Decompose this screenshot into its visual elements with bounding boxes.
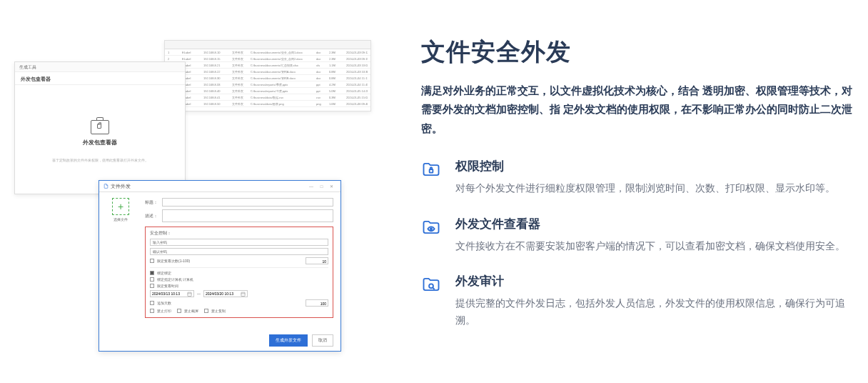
viewer-subtitle: 外发包查看器 [15, 72, 185, 85]
limit-views-value[interactable]: 10 [306, 257, 328, 264]
feature-title: 权限控制 [455, 158, 854, 174]
add-file-label: 选择文件 [113, 217, 128, 222]
feature-viewer: 外发文件查看器 文件接收方在不需要安装加密客户端的情况下，可以查看加密文档，确保… [421, 216, 854, 255]
opt2-checkbox[interactable] [177, 309, 181, 313]
security-header: 安全控制： [150, 230, 328, 237]
table-row: 3ELabel192.168.8.21文件外发C:/business/docum… [165, 62, 370, 69]
feature-title: 外发文件查看器 [455, 216, 854, 232]
svg-rect-2 [241, 292, 245, 296]
page-title: 文件安全外发 [421, 36, 854, 69]
feature-audit: 外发审计 提供完整的文件外发日志，包括外发人员信息，外发文件的使用权限信息，确保… [421, 273, 854, 329]
table-row: 8ELabel192.168.8.41文件外发C:/business/data/… [165, 94, 370, 101]
date-to-input[interactable]: 2024/03/20 10:13 [203, 290, 248, 297]
limit-time-label: 限定查看时间 [157, 284, 178, 288]
illustration-area: 1ELabel192.168.8.10文件外发C:/business/docum… [7, 21, 378, 369]
add-days-label: 追加天数 [157, 301, 171, 305]
window-controls[interactable]: — □ ✕ [309, 184, 336, 189]
cancel-button[interactable]: 取消 [312, 334, 333, 347]
desc-label: 描述： [145, 213, 159, 219]
limit-views-label: 限定查看次数(1-100) [157, 259, 190, 263]
feature-desc: 对每个外发文件进行细粒度权限管理，限制浏览时间、次数、打印权限、显示水印等。 [455, 180, 854, 197]
svg-point-6 [429, 284, 433, 289]
calendar-icon [187, 292, 192, 297]
generate-button[interactable]: 生成外发文件 [269, 334, 308, 347]
specific-machine-label: 绑定指定计算机 计算机 [157, 277, 193, 282]
shield-folder-icon [421, 159, 441, 179]
calendar-icon [241, 292, 246, 297]
svg-line-7 [433, 288, 434, 289]
title-label: 标题： [145, 199, 159, 206]
table-header [165, 41, 370, 49]
date-from-input[interactable]: 2024/03/13 10:13 [150, 290, 194, 297]
page-description: 满足对外业务的正常交互，以文件虚拟化技术为核心，结合 透明加密、权限管理等技术，… [421, 81, 854, 138]
bind-machine-checkbox[interactable] [150, 271, 154, 275]
viewer-toolbar-title: 生成工具 [15, 62, 185, 72]
opt1-label: 禁止打印 [157, 309, 171, 313]
outgoing-dialog: 文件外发 — □ ✕ + 选择文件 标题： 描述： [99, 180, 341, 352]
feature-title: 外发审计 [455, 273, 854, 289]
security-controls-box: 安全控制： 输入密码 确认密码 限定查看次数(1-100) 10 绑定绑定 [145, 227, 333, 318]
limit-time-checkbox[interactable] [150, 284, 154, 288]
viewer-hint: 基于定制故家的文件外发权限，使用此查看器打开外发文件。 [52, 158, 148, 162]
confirm-password-input[interactable]: 确认密码 [150, 248, 328, 255]
table-row: 1ELabel192.168.8.10文件外发C:/business/docum… [165, 49, 370, 56]
svg-point-5 [430, 228, 432, 229]
table-row: 2ELabel192.168.8.15文件外发C:/business/docum… [165, 56, 370, 62]
table-row: 6ELabel192.168.8.33文件外发C:/business/repor… [165, 81, 370, 88]
feature-desc: 提供完整的文件外发日志，包括外发人员信息，外发文件的使用权限信息，确保行为可追溯… [455, 295, 854, 329]
audit-folder-icon [421, 274, 441, 294]
feature-desc: 文件接收方在不需要安装加密客户端的情况下，可以查看加密文档，确保文档使用安全。 [455, 238, 854, 255]
audit-log-window: 1ELabel192.168.8.10文件外发C:/business/docum… [164, 40, 371, 111]
limit-views-checkbox[interactable] [150, 259, 154, 263]
add-days-value[interactable]: 100 [306, 299, 328, 307]
add-days-checkbox[interactable] [150, 301, 154, 305]
opt2-label: 禁止截屏 [184, 309, 198, 313]
password-input[interactable]: 输入密码 [150, 239, 328, 246]
table-row: 7ELabel192.168.8.40文件外发C:/business/repor… [165, 88, 370, 94]
feature-permission-control: 权限控制 对每个外发文件进行细粒度权限管理，限制浏览时间、次数、打印权限、显示水… [421, 158, 854, 197]
desc-input[interactable] [162, 209, 333, 222]
svg-rect-4 [430, 169, 433, 173]
specific-machine-checkbox[interactable] [150, 277, 154, 282]
svg-rect-0 [188, 292, 191, 296]
opt3-label: 禁止复制 [211, 309, 226, 313]
table-row: 4ELabel192.168.8.22文件外发C:/business/docum… [165, 69, 370, 75]
table-row: 9ELabel192.168.8.50文件外发C:/business/data/… [165, 101, 370, 107]
briefcase-lock-icon [91, 120, 109, 134]
opt1-checkbox[interactable] [150, 309, 154, 313]
title-input[interactable] [162, 198, 333, 207]
dialog-icon [104, 184, 108, 189]
dialog-title: 文件外发 [111, 183, 131, 190]
viewer-window: 生成工具 外发包查看器 外发包查看器 基于定制故家的文件外发权限，使用此查看器打… [14, 61, 186, 194]
viewer-icon-label: 外发包查看器 [83, 139, 117, 146]
add-file-button[interactable]: + [112, 198, 129, 215]
content-column: 文件安全外发 满足对外业务的正常交互，以文件虚拟化技术为核心，结合 透明加密、权… [378, 21, 854, 369]
bind-machine-label: 绑定绑定 [157, 271, 171, 275]
eye-folder-icon [421, 217, 441, 237]
opt3-checkbox[interactable] [204, 309, 208, 313]
table-row: 5ELabel192.168.8.30文件外发C:/business/docum… [165, 75, 370, 81]
